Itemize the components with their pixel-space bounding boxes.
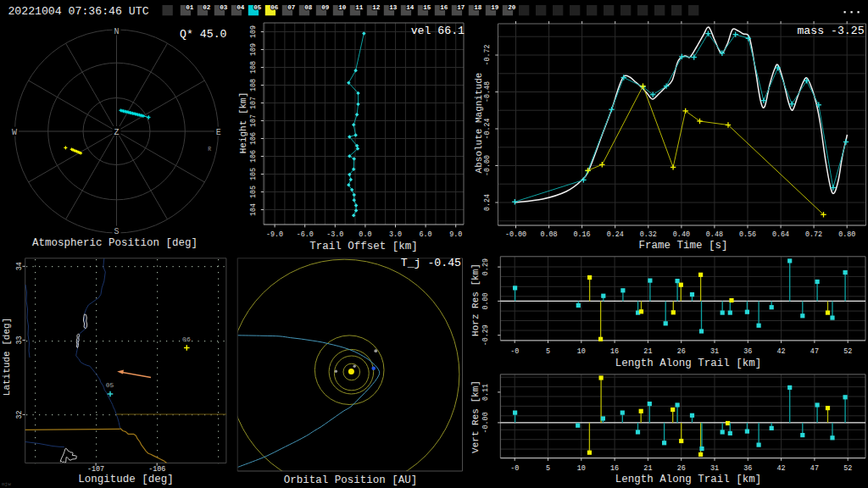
svg-text:107: 107: [249, 114, 258, 127]
svg-text:13: 13: [389, 4, 398, 11]
svg-text:08: 08: [304, 4, 313, 11]
svg-text:Horz Res [km]: Horz Res [km]: [470, 263, 481, 336]
svg-text:0.48: 0.48: [706, 230, 723, 239]
svg-text:Z: Z: [114, 128, 119, 137]
svg-text:N: N: [114, 27, 119, 36]
svg-text:06: 06: [182, 336, 191, 343]
svg-text:5: 5: [546, 464, 550, 473]
svg-text:0.40: 0.40: [673, 230, 690, 239]
svg-text:Length Along Trail [km]: Length Along Trail [km]: [615, 358, 762, 369]
svg-text:42: 42: [777, 347, 786, 356]
svg-text:Length Along Trail [km]: Length Along Trail [km]: [615, 474, 762, 485]
svg-text:05: 05: [253, 4, 262, 11]
svg-text:03: 03: [220, 4, 228, 11]
svg-text:34: 34: [15, 262, 24, 270]
svg-text:-0.48: -0.48: [483, 81, 492, 103]
svg-text:T_j -0.45: T_j -0.45: [401, 257, 461, 269]
svg-text:Frame Time [s]: Frame Time [s]: [638, 240, 727, 252]
svg-text:-0.29: -0.29: [482, 324, 491, 346]
svg-text:105: 105: [249, 168, 258, 180]
svg-text:107: 107: [249, 97, 258, 109]
svg-text:E: E: [216, 128, 221, 137]
svg-text:16: 16: [610, 464, 619, 473]
svg-text:6.0: 6.0: [420, 230, 432, 239]
svg-text:-0.00: -0.00: [482, 412, 491, 433]
svg-text:04: 04: [236, 4, 245, 11]
svg-text:-0.24: -0.24: [483, 118, 492, 139]
svg-text:05: 05: [106, 381, 114, 389]
svg-text:108: 108: [249, 61, 258, 74]
svg-text:14: 14: [406, 4, 415, 11]
svg-text:-9.0: -9.0: [266, 230, 283, 239]
svg-text:0.0: 0.0: [359, 230, 371, 239]
svg-text:Atmospheric Position [deg]: Atmospheric Position [deg]: [32, 237, 198, 249]
svg-text:20: 20: [508, 4, 516, 11]
svg-text:109: 109: [249, 25, 258, 38]
svg-text:47: 47: [810, 464, 819, 473]
svg-text:Q* 45.0: Q* 45.0: [180, 28, 226, 41]
svg-text:18: 18: [474, 4, 482, 11]
svg-text:Longitude [deg]: Longitude [deg]: [78, 474, 174, 485]
svg-text:vel 66.1: vel 66.1: [411, 25, 465, 37]
svg-text:20221004 07:36:46 UTC: 20221004 07:36:46 UTC: [8, 5, 148, 18]
svg-text:09: 09: [321, 4, 330, 11]
svg-text:01: 01: [186, 4, 194, 11]
svg-text:0.29: 0.29: [482, 258, 491, 275]
svg-text:02: 02: [203, 4, 211, 11]
svg-text:16: 16: [440, 4, 448, 11]
svg-text:21: 21: [643, 347, 652, 356]
svg-text:11: 11: [355, 4, 364, 11]
svg-text:31: 31: [710, 464, 719, 473]
svg-text:5: 5: [546, 347, 550, 356]
svg-text:0.32: 0.32: [640, 230, 657, 239]
svg-text:mjw: mjw: [2, 481, 11, 487]
svg-text:-0: -0: [510, 464, 519, 473]
svg-text:32: 32: [15, 410, 24, 419]
svg-text:104: 104: [249, 203, 258, 216]
svg-text:10: 10: [577, 347, 586, 356]
svg-text:0.64: 0.64: [772, 230, 789, 239]
svg-text:106: 106: [249, 132, 258, 145]
svg-text:0.11: 0.11: [482, 384, 491, 401]
svg-text:07: 07: [287, 4, 296, 11]
svg-text:W: W: [12, 128, 17, 137]
svg-text:0.00: 0.00: [482, 292, 491, 309]
svg-text:12: 12: [372, 4, 381, 11]
svg-text:0.08: 0.08: [541, 230, 558, 239]
svg-text:15: 15: [423, 4, 431, 11]
svg-text:0.56: 0.56: [739, 230, 756, 239]
svg-text:36: 36: [743, 464, 752, 473]
svg-text:9.0: 9.0: [449, 230, 462, 239]
svg-text:Absolute Magnitude: Absolute Magnitude: [474, 73, 484, 174]
svg-text:26: 26: [677, 464, 686, 473]
svg-text:Vert Res [km]: Vert Res [km]: [470, 380, 481, 453]
svg-text:Height [km]: Height [km]: [238, 92, 248, 154]
svg-text:R: R: [208, 147, 211, 152]
svg-text:S: S: [114, 227, 119, 236]
svg-text:-0: -0: [510, 347, 519, 356]
svg-text:52: 52: [843, 347, 852, 356]
svg-text:16: 16: [610, 347, 619, 356]
svg-text:109: 109: [249, 43, 258, 56]
svg-text:Latitude [deg]: Latitude [deg]: [2, 318, 12, 396]
svg-text:3.0: 3.0: [389, 230, 402, 239]
svg-text:10: 10: [577, 464, 586, 473]
svg-text:21: 21: [643, 464, 652, 473]
svg-text:-3.0: -3.0: [326, 230, 343, 239]
svg-text:-0.00: -0.00: [483, 155, 492, 176]
svg-text:42: 42: [777, 464, 786, 473]
svg-text:0.24: 0.24: [483, 194, 492, 211]
svg-text:0.80: 0.80: [838, 230, 855, 239]
svg-text:36: 36: [743, 347, 752, 356]
svg-text:06: 06: [270, 4, 279, 11]
svg-text:33: 33: [15, 336, 24, 344]
svg-text:0.24: 0.24: [607, 230, 624, 239]
svg-text:10: 10: [338, 4, 347, 11]
svg-text:19: 19: [491, 4, 499, 11]
svg-text:mass -3.25: mass -3.25: [797, 25, 864, 37]
svg-text:-0.72: -0.72: [483, 44, 492, 65]
svg-text:31: 31: [710, 347, 719, 356]
svg-text:-107: -107: [87, 465, 104, 474]
svg-text:52: 52: [843, 464, 852, 473]
svg-text:105: 105: [249, 186, 258, 198]
